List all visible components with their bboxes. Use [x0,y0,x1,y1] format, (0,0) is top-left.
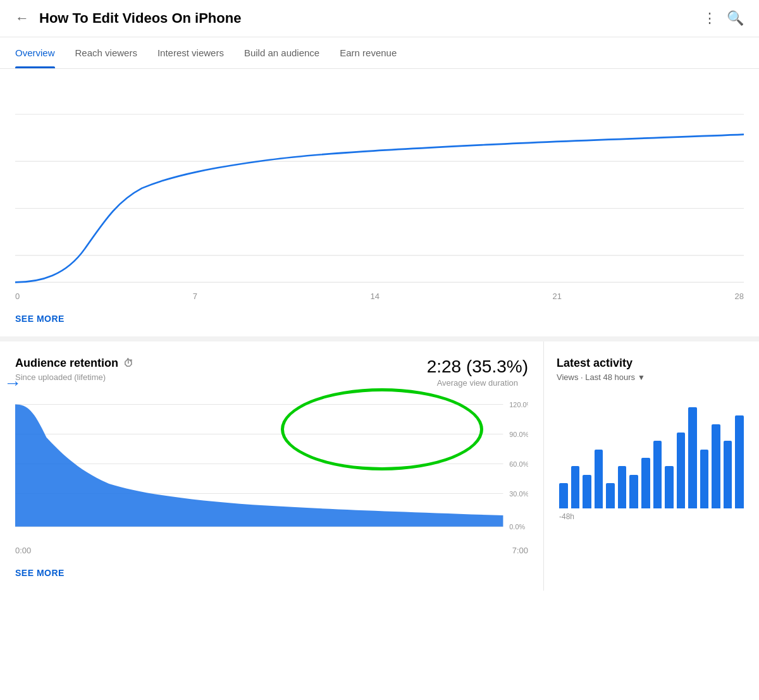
svg-text:90.0%: 90.0% [509,430,528,438]
latest-activity-section: Latest activity Views · Last 48 hours ▼ … [544,341,759,591]
back-button[interactable]: ← [15,10,29,27]
activity-bars [557,395,746,508]
metric-highlight: 2:28 (35.3%) Average view duration [427,357,528,388]
retention-x-start: 0:00 [15,546,31,555]
top-chart-x-axis: 0 7 14 21 28 [15,289,744,306]
tab-earn-revenue[interactable]: Earn revenue [340,37,397,68]
activity-bar [641,458,650,508]
activity-subtitle[interactable]: Views · Last 48 hours ▼ [557,372,746,382]
x-label-21: 21 [553,292,562,301]
activity-title: Latest activity [557,357,746,370]
activity-bar [735,415,744,508]
top-chart-container [15,74,744,289]
activity-bar [653,441,662,508]
x-label-7: 7 [193,292,197,301]
clock-icon: ⏱ [123,358,133,369]
audience-subtitle: Since uploaded (lifetime) [15,372,133,382]
avg-view-duration-value: 2:28 (35.3%) [427,357,528,377]
tab-build-audience[interactable]: Build an audience [244,37,319,68]
activity-bar [571,466,580,508]
main-content: 0 7 14 21 28 SEE MORE → Audience retenti… [0,74,759,591]
activity-bar [629,475,638,508]
svg-text:30.0%: 30.0% [509,489,528,497]
activity-chart: -48h [557,395,746,521]
activity-bar [688,407,697,508]
activity-bar [665,466,674,508]
audience-title: Audience retention ⏱ [15,357,133,370]
activity-x-label: -48h [557,512,746,521]
x-label-14: 14 [371,292,379,301]
svg-text:60.0%: 60.0% [509,460,528,467]
top-chart-section: 0 7 14 21 28 SEE MORE [0,74,759,341]
page-title: How To Edit Videos On iPhone [39,10,688,27]
retention-x-end: 7:00 [512,546,528,555]
top-chart-svg [15,74,744,289]
activity-bar [583,475,591,508]
activity-bar [559,483,568,508]
blue-arrow-icon: → [4,373,22,393]
retention-chart: 120.0% 90.0% 60.0% 30.0% 0.0% [15,398,528,543]
retention-chart-svg: 120.0% 90.0% 60.0% 30.0% 0.0% [15,398,528,543]
activity-bar [700,450,709,508]
navigation-tabs: Overview Reach viewers Interest viewers … [0,37,759,69]
audience-title-group: Audience retention ⏱ Since uploaded (lif… [15,357,133,382]
activity-bar [606,483,615,508]
avg-view-duration-label: Average view duration [427,378,528,388]
activity-bar [618,466,627,508]
retention-see-more[interactable]: SEE MORE [15,558,65,591]
tab-reach-viewers[interactable]: Reach viewers [75,37,137,68]
page-header: ← How To Edit Videos On iPhone ⋮ 🔍 [0,0,759,37]
retention-x-axis: 0:00 7:00 [15,543,528,558]
audience-retention-section: → Audience retention ⏱ Since uploaded (l… [0,341,544,591]
section-title-row: → Audience retention ⏱ Since uploaded (l… [15,357,528,388]
activity-bar [712,424,720,508]
svg-text:0.0%: 0.0% [509,523,525,531]
top-chart-see-more[interactable]: SEE MORE [15,306,65,336]
tab-interest-viewers[interactable]: Interest viewers [157,37,224,68]
activity-bar [595,450,603,508]
svg-text:120.0%: 120.0% [509,400,528,408]
chevron-down-icon: ▼ [638,373,645,382]
x-label-0: 0 [15,292,20,301]
activity-bar [677,433,686,508]
tab-overview[interactable]: Overview [15,37,55,68]
more-options-icon[interactable]: ⋮ [703,10,717,27]
x-label-28: 28 [735,292,744,301]
activity-subtitle-text: Views · Last 48 hours [557,372,635,382]
bottom-sections: → Audience retention ⏱ Since uploaded (l… [0,341,759,591]
search-icon[interactable]: 🔍 [727,10,744,27]
activity-bar [724,441,732,508]
audience-section-header: Audience retention ⏱ Since uploaded (lif… [15,357,528,388]
